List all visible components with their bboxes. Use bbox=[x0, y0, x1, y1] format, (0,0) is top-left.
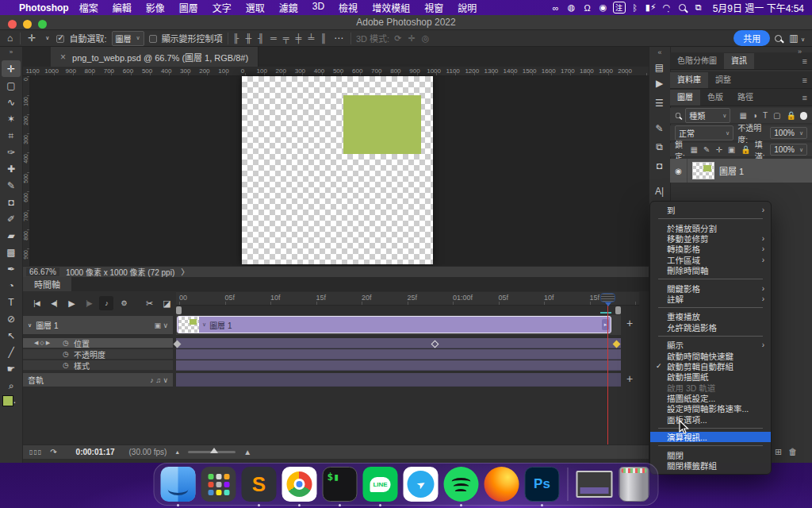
measurement-log-panel-icon[interactable]: ▤ bbox=[649, 62, 670, 73]
filter-toggle[interactable] bbox=[800, 112, 807, 120]
context-menu-item[interactable]: 註解› bbox=[650, 294, 771, 304]
play-status-icon[interactable]: ◉ bbox=[597, 2, 610, 13]
dock-item-photoshop[interactable]: Ps bbox=[525, 467, 560, 502]
audio-toggle-button[interactable]: ♪ bbox=[99, 296, 113, 310]
panel-tab[interactable]: 資訊 bbox=[724, 53, 754, 69]
line-tool[interactable]: ╱ bbox=[2, 344, 21, 360]
wifi-icon[interactable]: ◠̣ bbox=[661, 2, 673, 13]
panel-tab[interactable]: 資料庫 bbox=[670, 72, 708, 88]
lock-type-icon[interactable]: ✛ bbox=[715, 145, 722, 154]
track-header-icons[interactable]: ▣ ∨ bbox=[154, 321, 168, 329]
hand-tool[interactable]: ☛ bbox=[2, 360, 21, 377]
panel-tab[interactable]: 色版 bbox=[700, 90, 730, 106]
panel-tab[interactable]: 路徑 bbox=[730, 90, 760, 106]
magic-wand-tool[interactable]: ✶ bbox=[2, 110, 21, 127]
panel-menu-icon[interactable]: ≡ bbox=[798, 90, 812, 106]
play-button[interactable]: ▶ bbox=[64, 296, 79, 310]
history-brush-tool[interactable]: ✐ bbox=[2, 210, 21, 227]
brush-tool[interactable]: ✎ bbox=[2, 177, 21, 194]
timeline-zoom-slider[interactable] bbox=[188, 451, 236, 453]
context-menu-item[interactable]: 工作區域› bbox=[650, 255, 771, 265]
context-menu-item[interactable]: 描圖紙設定... bbox=[650, 393, 771, 403]
workspace-switcher-icon[interactable]: ▥ ∨ bbox=[787, 33, 807, 44]
align-icon[interactable]: ═ bbox=[270, 33, 277, 43]
context-menu-item[interactable]: 重複播放 bbox=[650, 311, 771, 321]
document-tab[interactable]: × png_to_webp.psd @ 66.7% (圖層 1, RGB/8#) bbox=[51, 47, 259, 67]
dock-item-terminal[interactable]: $▮ bbox=[323, 467, 358, 502]
stopwatch-icon[interactable]: ◷ bbox=[63, 350, 74, 358]
align-icon[interactable]: ║ bbox=[320, 33, 327, 43]
dock-item-telegram[interactable]: ➤ bbox=[404, 467, 439, 502]
align-icon[interactable]: ╢ bbox=[258, 33, 264, 43]
zoom-out-timeline-icon[interactable]: ▲ bbox=[174, 449, 180, 455]
panel-tab[interactable]: 色階分佈圖 bbox=[670, 53, 724, 69]
context-menu-item[interactable]: 顯示› bbox=[650, 340, 771, 350]
menubar-clock[interactable]: 5月9日 週一 下午4:54 bbox=[713, 1, 804, 14]
context-menu-item[interactable]: 啟動描圖紙 bbox=[650, 371, 771, 382]
audio-track-strip[interactable] bbox=[176, 373, 621, 387]
context-menu-item[interactable]: 刪除時間軸 bbox=[650, 265, 771, 275]
brush-settings-panel-icon[interactable]: ✎ bbox=[649, 123, 670, 134]
gradient-tool[interactable]: ▩ bbox=[2, 244, 21, 260]
panel-menu-icon[interactable]: ≡ bbox=[798, 53, 812, 69]
context-menu-item[interactable]: 關鍵影格› bbox=[650, 283, 771, 293]
delete-layer-icon[interactable]: 🗑 bbox=[788, 447, 797, 456]
filter-type-icon[interactable]: 🔒 bbox=[786, 111, 795, 120]
input-method-icon[interactable]: 注 bbox=[613, 2, 626, 13]
actions-panel-icon[interactable]: ▶ bbox=[649, 78, 670, 89]
expand-panels-icon[interactable]: « bbox=[649, 47, 670, 58]
properties-panel-icon[interactable]: ☰ bbox=[649, 98, 670, 109]
marquee-tool[interactable]: ▢ bbox=[2, 77, 21, 94]
dock-item-trash[interactable] bbox=[617, 467, 652, 502]
panel-tab[interactable]: 圖層 bbox=[670, 90, 700, 106]
lock-type-icon[interactable]: ▣ bbox=[728, 145, 735, 154]
close-tab-icon[interactable]: × bbox=[60, 52, 66, 63]
share-button[interactable]: 共用 bbox=[733, 30, 770, 46]
menubar-menu-2[interactable]: 影像 bbox=[139, 1, 172, 14]
context-menu-item[interactable]: 關閉 bbox=[650, 449, 771, 460]
zoom-window-button[interactable] bbox=[38, 20, 47, 29]
export-timeline-icon[interactable]: ↷ bbox=[50, 448, 56, 456]
move-tool-icon[interactable]: ✛ bbox=[25, 33, 38, 44]
audio-track-icons[interactable]: ♪ ♫ ∨ bbox=[150, 376, 168, 384]
property-row-0[interactable]: ◀ ◇ ▶◷位置 bbox=[23, 338, 173, 348]
align-icon[interactable]: ╫ bbox=[245, 33, 251, 43]
chevron-down-icon[interactable]: ∨ bbox=[43, 35, 52, 41]
convert-frames-icon[interactable]: ▯▯▯ bbox=[29, 448, 42, 456]
context-menu-item[interactable]: 於播放頭分割 bbox=[650, 222, 771, 233]
close-window-button[interactable] bbox=[8, 20, 17, 29]
dock-item-sublime-text[interactable]: S bbox=[242, 467, 277, 502]
context-menu-item[interactable]: ✓啟動剪輯自動群組 bbox=[650, 361, 771, 371]
more-options-icon[interactable]: ⋯ bbox=[331, 33, 346, 44]
dock-item-finder[interactable] bbox=[161, 467, 196, 502]
auto-select-dropdown[interactable]: 圖層∨ bbox=[112, 31, 144, 46]
zoom-level-field[interactable]: 66.67% bbox=[26, 267, 59, 276]
stopwatch-icon[interactable]: ◷ bbox=[63, 361, 74, 369]
layer-filter-dropdown[interactable]: 種類∨ bbox=[685, 108, 730, 123]
playhead-handle[interactable] bbox=[600, 293, 615, 302]
fill-dropdown[interactable]: 100%∨ bbox=[770, 144, 807, 156]
creative-cloud-icon[interactable]: ∞ bbox=[550, 2, 562, 13]
new-layer-icon[interactable]: ⊞ bbox=[775, 447, 782, 457]
opacity-dropdown[interactable]: 100%∨ bbox=[770, 127, 807, 139]
timeline-tab[interactable]: 時間軸 bbox=[23, 277, 71, 291]
menubar-menu-3[interactable]: 圖層 bbox=[172, 1, 205, 14]
context-menu-item[interactable]: 轉換影格› bbox=[650, 244, 771, 254]
transition-button[interactable]: ◪ bbox=[159, 296, 174, 310]
timeline-ruler[interactable]: 0005f10f15f20f25f01:00f05f10f15f bbox=[176, 292, 639, 306]
video-clip[interactable]: ∨ 圖層 1 ▸ bbox=[177, 316, 611, 333]
zoom-in-timeline-icon[interactable]: ▲ bbox=[243, 448, 251, 456]
context-menu-item[interactable]: 啟動時間軸快速鍵 bbox=[650, 350, 771, 360]
split-clip-button[interactable]: ✂ bbox=[142, 296, 156, 310]
green-rectangle-layer[interactable] bbox=[343, 95, 421, 154]
dock-item-spotify[interactable] bbox=[444, 467, 479, 502]
property-row-1[interactable]: ◷不透明度 bbox=[23, 349, 173, 360]
position-keyframe-track[interactable] bbox=[176, 338, 621, 348]
align-icon[interactable]: ╧ bbox=[308, 33, 314, 43]
menubar-menu-7[interactable]: 3D bbox=[305, 1, 331, 14]
dock-item-firefox[interactable] bbox=[485, 467, 519, 502]
auto-select-checkbox[interactable] bbox=[56, 35, 64, 43]
context-menu-item[interactable]: 演算視訊... bbox=[650, 432, 771, 442]
dock-item-chrome[interactable] bbox=[282, 467, 317, 502]
foreground-color-swatch[interactable] bbox=[2, 395, 13, 406]
